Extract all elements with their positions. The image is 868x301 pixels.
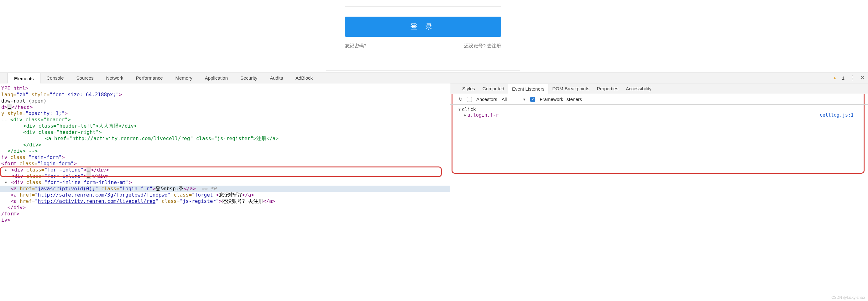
dom-tag: > bbox=[216, 192, 219, 198]
dom-tag[interactable]: <div bbox=[11, 179, 26, 185]
scope-value: All bbox=[502, 97, 507, 102]
ellipsis[interactable]: … bbox=[7, 104, 11, 110]
tab-adblock[interactable]: AdBlock bbox=[289, 72, 319, 83]
dom-tag: </a> bbox=[263, 198, 275, 204]
dom-val: " bbox=[35, 186, 38, 191]
dom-tag[interactable]: <form bbox=[1, 160, 20, 167]
dom-attr: href= bbox=[20, 186, 35, 191]
ellipsis[interactable]: … bbox=[87, 167, 91, 173]
dom-node[interactable]: YPE html> bbox=[1, 85, 29, 91]
register-link[interactable]: 还没账号? 去注册 bbox=[464, 43, 501, 49]
warning-icon[interactable]: ▲ bbox=[833, 75, 837, 80]
login-button[interactable]: 登 录 bbox=[345, 17, 501, 37]
dom-tag[interactable]: <a bbox=[11, 198, 20, 204]
dom-val: " bbox=[168, 192, 171, 198]
selected-node[interactable]: <a href="javascript:void(0);" class="log… bbox=[0, 186, 450, 192]
watermark: CSDN @lucky-zhao bbox=[831, 295, 865, 300]
devtools-tabbar: Elements Console Sources Network Perform… bbox=[0, 72, 868, 83]
framework-listeners-checkbox[interactable] bbox=[530, 97, 535, 102]
href-link[interactable]: http://activity.renren.com/livecell/reg bbox=[38, 198, 156, 204]
dom-tag[interactable]: </div> bbox=[7, 204, 26, 210]
dom-tag: > bbox=[153, 186, 156, 191]
dom-tag: > bbox=[62, 154, 65, 160]
expand-arrow-icon[interactable]: ▶ bbox=[464, 113, 466, 117]
refresh-icon[interactable]: ↻ bbox=[459, 96, 463, 102]
dom-tag: </div> bbox=[91, 167, 109, 173]
tab-network[interactable]: Network bbox=[100, 72, 130, 83]
tab-audits[interactable]: Audits bbox=[264, 72, 289, 83]
dom-tag: > bbox=[65, 110, 68, 116]
dom-comment: " class="js-register"> bbox=[190, 136, 256, 142]
dom-attr: class= bbox=[26, 179, 44, 185]
side-tab-styles[interactable]: Styles bbox=[459, 83, 479, 94]
expand-arrow-icon[interactable]: ▸ bbox=[4, 167, 8, 173]
dom-comment: -- bbox=[1, 117, 10, 123]
side-tab-event-listeners[interactable]: Event Listeners bbox=[508, 84, 548, 94]
chevron-down-icon: ▼ bbox=[522, 97, 526, 101]
collapse-arrow-icon[interactable]: ▼ bbox=[459, 108, 461, 112]
side-tab-computed[interactable]: Computed bbox=[479, 83, 508, 94]
dom-comment: </div> bbox=[23, 142, 41, 148]
listener-source-link[interactable]: celllog.js:1 bbox=[820, 112, 854, 118]
dom-attr: class= bbox=[26, 167, 44, 173]
expand-arrow-icon[interactable]: ▸ bbox=[4, 173, 8, 179]
dom-text: 登&nbsp;录 bbox=[155, 186, 184, 191]
dom-tag[interactable]: /form> bbox=[1, 211, 20, 217]
dom-comment: http://activity.renren.com/livecell/reg bbox=[72, 136, 190, 142]
dom-tag[interactable]: <div bbox=[11, 173, 26, 179]
dom-tag[interactable]: <div bbox=[11, 167, 26, 173]
dom-attr: href= bbox=[20, 198, 35, 204]
page-content: 登 录 忘记密码? 还没账号? 去注册 bbox=[0, 0, 868, 72]
side-tab-accessibility[interactable]: Accessibility bbox=[622, 83, 655, 94]
dom-val: " bbox=[95, 186, 98, 191]
collapse-arrow-icon[interactable]: ▾ bbox=[4, 179, 8, 186]
tab-elements[interactable]: Elements bbox=[7, 73, 40, 83]
selected-indicator: == $0 bbox=[196, 186, 217, 191]
divider bbox=[345, 6, 501, 7]
dom-tag: > bbox=[129, 179, 132, 185]
dom-tag[interactable]: iv bbox=[1, 154, 10, 160]
tab-performance[interactable]: Performance bbox=[130, 72, 169, 83]
href-link[interactable]: http://safe.renren.com/3g/forgetpwd/find… bbox=[38, 192, 168, 198]
dom-node[interactable]: dow-root (open) bbox=[1, 98, 47, 104]
event-listeners-toolbar: ↻ Ancestors All ▼ Framework listeners bbox=[450, 94, 868, 105]
dom-val: "zh" bbox=[16, 92, 29, 97]
close-icon[interactable]: ✕ bbox=[860, 74, 865, 81]
dom-comment: 人人直播 bbox=[99, 123, 119, 129]
dom-tag[interactable]: d> bbox=[1, 104, 7, 110]
event-listener-row[interactable]: ▶ a.login.f-r celllog.js:1 bbox=[459, 112, 860, 118]
dom-attr: href= bbox=[20, 192, 35, 198]
dom-tag[interactable]: iv> bbox=[1, 217, 10, 223]
warning-count: 1 bbox=[842, 75, 844, 81]
tab-application[interactable]: Application bbox=[199, 72, 234, 83]
dom-tag: </head> bbox=[11, 104, 33, 110]
dom-tag[interactable]: <a bbox=[11, 192, 20, 198]
dom-tag: </div> bbox=[91, 173, 109, 179]
dom-comment: </div> --> bbox=[7, 148, 38, 154]
side-pane: Styles Computed Event Listeners DOM Brea… bbox=[450, 83, 868, 301]
dom-attr: class= bbox=[10, 154, 29, 160]
href-link[interactable]: javascript:void(0); bbox=[38, 186, 95, 191]
dom-comment: <div class="header-left"> bbox=[23, 123, 99, 129]
dom-attr: class= bbox=[26, 173, 44, 179]
dom-val: "font-size: 64.2188px;" bbox=[50, 92, 119, 97]
dom-attr: style= bbox=[29, 92, 50, 97]
forgot-password-link[interactable]: 忘记密码? bbox=[345, 43, 366, 49]
event-group-row[interactable]: ▼ click bbox=[459, 107, 860, 112]
dom-text: 还没账号? 去注册 bbox=[222, 198, 263, 204]
scope-select[interactable]: All ▼ bbox=[502, 97, 526, 102]
ancestors-checkbox[interactable] bbox=[467, 97, 472, 102]
kebab-menu-icon[interactable]: ⋮ bbox=[849, 74, 855, 81]
tab-sources[interactable]: Sources bbox=[70, 72, 100, 83]
tab-memory[interactable]: Memory bbox=[169, 72, 199, 83]
side-tab-dom-breakpoints[interactable]: DOM Breakpoints bbox=[548, 83, 593, 94]
tab-console[interactable]: Console bbox=[40, 72, 70, 83]
dom-val: "form-inline" bbox=[44, 167, 84, 173]
dom-val: "form-inline form-inline-mt" bbox=[44, 179, 129, 185]
dom-tree-pane[interactable]: YPE html> lang="zh" style="font-size: 64… bbox=[0, 83, 450, 301]
dom-comment: 注册 bbox=[256, 136, 266, 142]
ellipsis[interactable]: … bbox=[87, 173, 91, 179]
dom-val: "login f-r" bbox=[119, 186, 153, 191]
side-tab-properties[interactable]: Properties bbox=[593, 83, 622, 94]
tab-security[interactable]: Security bbox=[234, 72, 264, 83]
